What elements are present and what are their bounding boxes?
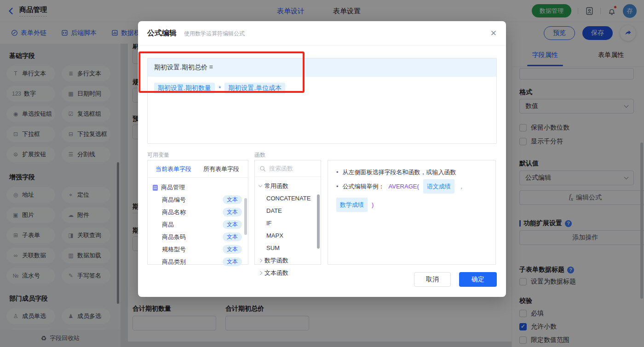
function-groups-collapsed: 数学函数 文本函数 — [255, 254, 321, 279]
modal-footer: 取消 确定 — [414, 272, 497, 287]
formula-editor-area[interactable]: 期初设置.期初总价 = 期初设置.期初数量 * 期初设置.单位成本 — [147, 58, 497, 144]
function-group[interactable]: 数学函数 — [255, 254, 321, 267]
function-item[interactable]: CONCATENATE — [255, 192, 321, 205]
search-icon — [259, 165, 266, 172]
variable-name: 商品条码 — [162, 233, 186, 241]
example-arg-tag: 语文成绩 — [423, 179, 454, 193]
functions-label: 函数 — [254, 151, 265, 159]
function-group-common[interactable]: 常用函数 — [255, 180, 321, 192]
variable-name: 商品编号 — [162, 196, 186, 204]
variable-item[interactable]: 商品类别 文本 — [148, 256, 248, 268]
functions-tree: 常用函数 CONCATENATE DATE IF MAPX SUM — [255, 177, 321, 279]
function-list: CONCATENATE DATE IF MAPX SUM — [255, 192, 321, 254]
field-type-badge: 文本 — [223, 257, 242, 266]
function-item[interactable]: MAPX — [255, 229, 321, 242]
function-group[interactable]: 文本函数 — [255, 267, 321, 279]
variable-item[interactable]: 商品名称 文本 — [148, 206, 248, 218]
chevron-right-icon — [259, 271, 262, 274]
formula-operand-tag[interactable]: 期初设置.期初数量 — [154, 83, 215, 94]
functions-panel: 常用函数 CONCATENATE DATE IF MAPX SUM — [254, 160, 321, 265]
chevron-right-icon — [259, 258, 262, 262]
variables-scrollbar[interactable] — [244, 198, 247, 235]
cancel-button[interactable]: 取消 — [414, 272, 451, 287]
field-type-badge: 文本 — [223, 195, 242, 204]
field-type-badge: 文本 — [223, 245, 242, 254]
variable-name: 商品名称 — [162, 208, 186, 216]
function-item[interactable]: DATE — [255, 205, 321, 217]
variables-tabs: 当前表单字段 所有表单字段 — [148, 160, 248, 178]
variable-name: 商品类别 — [162, 258, 186, 266]
field-type-badge: 文本 — [223, 220, 242, 229]
variable-item[interactable]: 商品条码 文本 — [148, 231, 248, 243]
field-type-badge: 文本 — [223, 233, 242, 241]
modal-title: 公式编辑 — [147, 28, 177, 38]
hint-line-2: • 公式编辑举例： AVERAGE( 语文成绩 ， 数学成绩 ) — [336, 179, 487, 212]
variable-name: 商品 — [162, 221, 174, 229]
function-item[interactable]: SUM — [255, 242, 321, 254]
form-doc-icon — [153, 185, 158, 191]
variables-list: 商品编号 文本 商品名称 文本 商品 文本 — [148, 193, 248, 268]
modal-subtitle: 使用数学运算符编辑公式 — [184, 30, 245, 38]
formula-target: 期初设置.期初总价 = — [148, 58, 496, 77]
hint-line-1: • 从左侧面板选择字段名和函数，或输入函数 — [336, 166, 487, 178]
formula-editor-modal: 公式编辑 使用数学运算符编辑公式 ✕ 期初设置.期初总价 = 期初设置.期初数量… — [138, 21, 506, 297]
confirm-button[interactable]: 确定 — [459, 272, 497, 287]
variable-item[interactable]: 规格型号 文本 — [148, 243, 248, 256]
variable-item[interactable]: 商品 文本 — [148, 218, 248, 231]
tab-current-form-fields[interactable]: 当前表单字段 — [148, 165, 197, 173]
hints-panel: • 从左侧面板选择字段名和函数，或输入函数 • 公式编辑举例： AVERAGE(… — [328, 160, 496, 265]
variables-panel: 当前表单字段 所有表单字段 商品管理 商品编号 文本 — [147, 160, 248, 265]
bullet: • — [336, 181, 339, 192]
function-item[interactable]: IF — [255, 217, 321, 229]
example-function-close: ) — [372, 199, 374, 210]
variable-item[interactable]: 商品编号 文本 — [148, 193, 248, 206]
example-comma: ， — [459, 181, 465, 192]
functions-scrollbar[interactable] — [317, 194, 320, 249]
formula-operand-tag[interactable]: 期初设置.单位成本 — [224, 83, 285, 94]
formula-expression[interactable]: 期初设置.期初数量 * 期初设置.单位成本 — [148, 77, 496, 100]
variables-tree: 商品管理 商品编号 文本 商品名称 文本 — [148, 178, 248, 268]
function-search-input[interactable] — [269, 165, 310, 172]
example-function-open: AVERAGE( — [389, 181, 419, 192]
variables-root-node[interactable]: 商品管理 — [148, 182, 248, 193]
field-type-badge: 文本 — [223, 208, 242, 216]
close-icon[interactable]: ✕ — [490, 29, 497, 37]
modal-header: 公式编辑 使用数学运算符编辑公式 ✕ — [138, 21, 506, 46]
app-screen: 商品管理 表单设计 表单设置 数据管理 存 表单外链 — [0, 0, 644, 347]
function-search[interactable] — [255, 160, 321, 177]
variables-label: 可用变量 — [147, 151, 169, 159]
formula-operator: * — [218, 85, 221, 92]
variable-name: 规格型号 — [162, 245, 186, 254]
example-arg-tag: 数学成绩 — [336, 198, 368, 212]
tab-all-form-fields[interactable]: 所有表单字段 — [197, 165, 245, 173]
chevron-down-icon — [259, 183, 262, 187]
bullet: • — [336, 166, 339, 178]
